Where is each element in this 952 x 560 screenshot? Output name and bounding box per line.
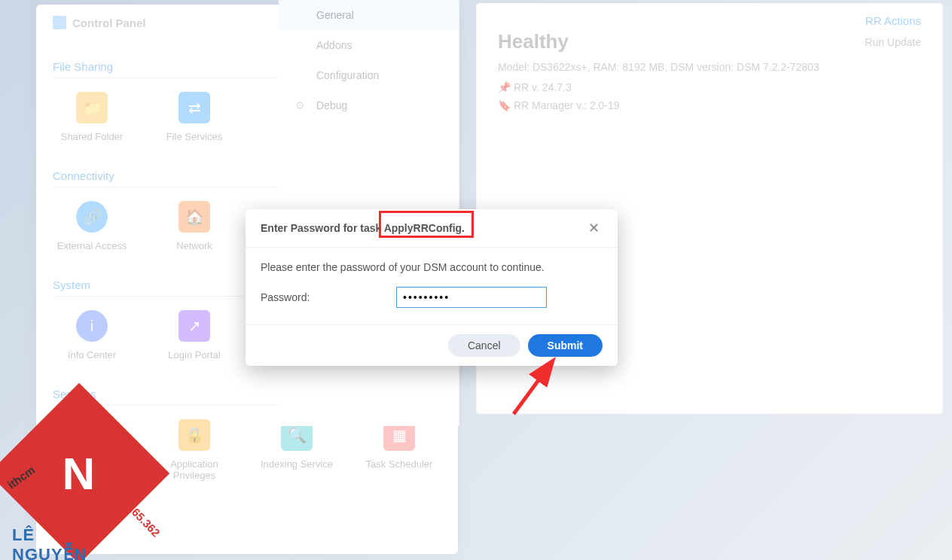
rr-version-text: RR v. 24.7.3: [514, 81, 572, 93]
account-icon: 👥: [76, 419, 108, 451]
label: Synology Account: [53, 458, 130, 470]
control-panel-title: Control Panel: [72, 17, 146, 29]
lock-icon: 🔒: [178, 419, 210, 451]
close-icon[interactable]: ✕: [585, 220, 603, 236]
label: Login Portal: [168, 349, 220, 361]
folder-icon: 📁: [76, 92, 108, 123]
modal-header: Enter Password for task ApplyRRConfig. ✕: [246, 209, 618, 248]
item-task-scheduler[interactable]: ▦Task Scheduler: [360, 419, 438, 481]
label: External Access: [57, 240, 127, 251]
run-update-link[interactable]: Run Update: [865, 36, 921, 48]
modal-footer: Cancel Submit: [246, 324, 618, 366]
password-input[interactable]: [396, 287, 547, 308]
item-shared-folder[interactable]: 📁Shared Folder: [53, 92, 131, 142]
item-file-services[interactable]: ⇄File Services: [155, 92, 233, 142]
modal-title-prefix: Enter Password for task: [261, 222, 381, 234]
item-external-access[interactable]: 🔗External Access: [53, 201, 131, 251]
item-network[interactable]: 🏠Network: [155, 201, 233, 251]
label: Task Scheduler: [366, 458, 433, 470]
rr-status-healthy: Healthy: [498, 30, 569, 53]
arrow-out-icon: ↗: [178, 310, 210, 342]
label: File Services: [166, 131, 222, 142]
item-app-privileges[interactable]: 🔒Application Privileges: [155, 419, 233, 481]
control-panel-icon: [53, 16, 66, 29]
rr-model-info: Model: DS3622xs+, RAM: 8192 MB, DSM vers…: [498, 59, 921, 75]
rr-manager-version: 🔖RR Manager v.: 2.0-19: [498, 99, 921, 111]
nav-addons[interactable]: Addons: [279, 30, 459, 60]
modal-body: Please enter the password of your DSM ac…: [246, 248, 618, 324]
info-icon: i: [76, 310, 108, 342]
label: Info Center: [68, 349, 116, 361]
modal-instruction: Please enter the password of your DSM ac…: [261, 261, 603, 273]
label: Shared Folder: [61, 131, 123, 142]
password-modal: Enter Password for task ApplyRRConfig. ✕…: [246, 209, 618, 366]
services-row: 👥Synology Account 🔒Application Privilege…: [53, 419, 441, 481]
password-label: Password:: [261, 291, 389, 303]
house-icon: 🏠: [178, 201, 210, 233]
globe-icon: 🔗: [76, 201, 108, 233]
modal-title: Enter Password for task ApplyRRConfig.: [261, 222, 465, 234]
swap-icon: ⇄: [178, 92, 210, 123]
label: Application Privileges: [170, 458, 218, 481]
nav-configuration[interactable]: Configuration: [279, 60, 459, 90]
nav-debug[interactable]: Debug: [279, 90, 459, 120]
item-synology-account[interactable]: 👥Synology Account: [53, 419, 131, 481]
item-login-portal[interactable]: ↗Login Portal: [155, 310, 233, 361]
nav-general[interactable]: General: [279, 0, 459, 30]
cancel-button[interactable]: Cancel: [448, 334, 520, 357]
item-info-center[interactable]: iInfo Center: [53, 310, 131, 361]
rr-manager-text: RR Manager v.: 2.0-19: [514, 99, 620, 111]
label: Indexing Service: [261, 458, 333, 470]
rr-actions-link[interactable]: RR Actions: [498, 14, 921, 27]
item-indexing-service[interactable]: 🔍Indexing Service: [258, 419, 336, 481]
pin-icon: 📌: [498, 81, 511, 93]
submit-button[interactable]: Submit: [528, 334, 603, 357]
label: Network: [176, 240, 212, 251]
modal-task-name: ApplyRRConfig.: [384, 222, 465, 234]
rr-version: 📌RR v. 24.7.3: [498, 81, 921, 93]
tag-icon: 🔖: [498, 99, 511, 111]
